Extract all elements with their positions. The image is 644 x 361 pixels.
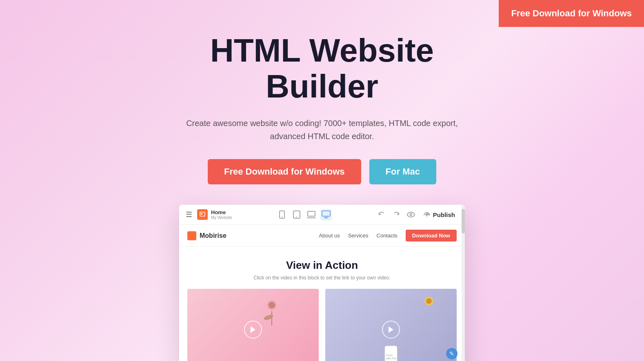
undo-svg — [378, 211, 385, 218]
svg-rect-8 — [322, 211, 330, 216]
svg-rect-6 — [308, 211, 315, 216]
undo-icon[interactable] — [376, 209, 387, 220]
nav-link-about[interactable]: About us — [319, 233, 340, 239]
tablet-svg — [293, 210, 300, 219]
preview-icon[interactable] — [405, 209, 417, 220]
cloud-upload-icon — [423, 211, 431, 218]
eye-svg — [407, 212, 415, 217]
svg-text:take the: take the — [386, 357, 396, 360]
video-grid: Video Description — [187, 289, 457, 361]
home-label: Home — [211, 209, 232, 216]
laptop-svg — [307, 211, 316, 218]
hero-section: HTML Website Builder Create awesome webs… — [0, 0, 644, 361]
hero-title: HTML Website Builder — [159, 33, 485, 104]
device-laptop-icon[interactable] — [306, 209, 317, 220]
play-icon-2 — [388, 326, 394, 333]
publish-button[interactable]: Publish — [420, 210, 458, 220]
publish-label: Publish — [433, 211, 455, 218]
float-edit-button[interactable]: ✎ — [446, 348, 457, 359]
home-page-icon — [200, 212, 205, 217]
nav-link-contacts[interactable]: Contacts — [377, 233, 398, 239]
svg-text:if you: if you — [386, 354, 393, 357]
app-toolbar: ☰ Home My Website — [179, 205, 465, 225]
home-icon-box — [197, 209, 208, 220]
inner-download-button[interactable]: Download Now — [406, 230, 457, 241]
play-button-1[interactable] — [244, 321, 262, 339]
play-button-2[interactable] — [382, 321, 400, 339]
flower-decoration-2 — [418, 293, 440, 315]
play-icon-1 — [250, 326, 256, 333]
inner-logo-text: Mobirise — [200, 232, 227, 239]
inner-content-title: View in Action — [187, 259, 457, 272]
nav-link-services[interactable]: Services — [348, 233, 369, 239]
svg-marker-30 — [389, 326, 393, 333]
inner-logo: Mobirise — [187, 231, 227, 240]
mobile-svg — [279, 210, 285, 219]
inner-content: View in Action Click on the video in thi… — [179, 247, 465, 361]
svg-point-3 — [282, 217, 282, 217]
app-mockup: ☰ Home My Website — [179, 205, 465, 361]
svg-rect-1 — [201, 213, 202, 215]
scrollbar-thumb[interactable] — [462, 209, 465, 233]
video-thumb-1 — [187, 289, 319, 361]
toolbar-home: Home My Website — [197, 209, 232, 220]
device-icons — [276, 209, 332, 220]
hero-subtitle: Create awesome website w/o coding! 7000+… — [179, 117, 465, 143]
svg-point-5 — [296, 217, 297, 217]
svg-point-12 — [410, 214, 412, 216]
redo-icon[interactable] — [391, 209, 402, 220]
menu-icon[interactable]: ☰ — [186, 210, 192, 219]
flower-decoration-1 — [260, 295, 284, 328]
redo-svg — [393, 211, 400, 218]
inner-nav-links: About us Services Contacts Download Now — [319, 230, 457, 241]
toolbar-actions: Publish — [376, 209, 458, 220]
device-tablet-icon[interactable] — [291, 209, 302, 220]
device-desktop-icon[interactable] — [320, 209, 332, 220]
download-windows-button[interactable]: Free Download for Windows — [208, 159, 361, 184]
svg-point-19 — [269, 302, 275, 308]
cta-buttons: Free Download for Windows For Mac — [208, 159, 436, 184]
device-mobile-icon[interactable] — [276, 209, 288, 220]
scrollbar[interactable] — [462, 205, 465, 361]
inner-content-subtitle: Click on the video in this block to set … — [187, 275, 457, 281]
video-thumb-2: if you take the — [325, 289, 457, 361]
download-mac-button[interactable]: For Mac — [369, 159, 436, 184]
inner-logo-icon — [187, 231, 196, 240]
svg-point-14 — [263, 314, 274, 321]
home-labels: Home My Website — [211, 209, 232, 220]
inner-nav: Mobirise About us Services Contacts Down… — [179, 225, 465, 247]
svg-marker-20 — [251, 326, 255, 333]
desktop-svg — [322, 210, 331, 219]
svg-point-11 — [407, 212, 415, 217]
video-card-1[interactable]: Video Description — [187, 289, 319, 361]
floating-buttons: ✎ + — [446, 348, 457, 361]
top-download-windows-button[interactable]: Free Download for Windows — [499, 0, 644, 27]
home-sublabel: My Website — [211, 215, 232, 220]
video-card-2[interactable]: if you take the Video Description — [325, 289, 457, 361]
svg-point-25 — [426, 298, 432, 304]
